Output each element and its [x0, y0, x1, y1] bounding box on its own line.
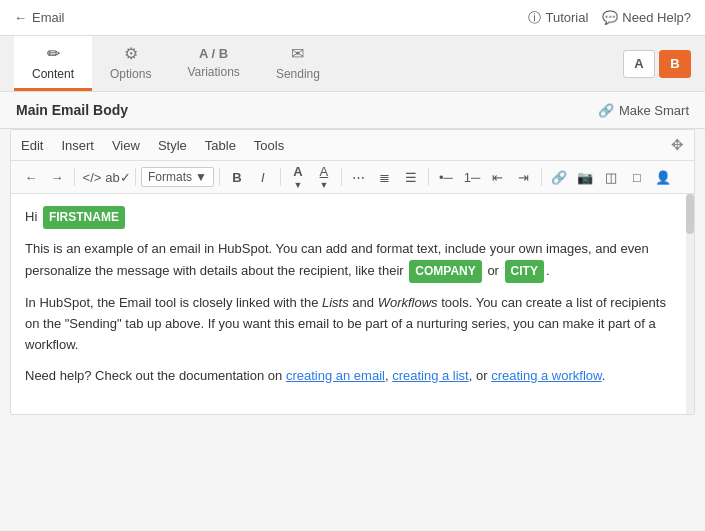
link-creating-list[interactable]: creating a list — [392, 368, 469, 383]
tutorial-label: Tutorial — [545, 10, 588, 25]
lists-text: Lists — [322, 295, 349, 310]
formats-dropdown[interactable]: Formats ▼ — [141, 167, 214, 187]
question-icon: ⓘ — [528, 9, 541, 27]
image-button[interactable]: 📷 — [573, 165, 597, 189]
tutorial-button[interactable]: ⓘ Tutorial — [528, 9, 588, 27]
menu-table[interactable]: Table — [205, 138, 236, 153]
toolbar-separator-3 — [219, 168, 220, 186]
tab-bar: ✏ Content ⚙ Options A / B Variations ✉ S… — [0, 36, 705, 92]
sending-icon: ✉ — [291, 44, 304, 63]
tab-content-label: Content — [32, 67, 74, 81]
text-color-arrow: ▼ — [319, 180, 328, 190]
align-center-button[interactable]: ≣ — [373, 165, 397, 189]
back-arrow-icon: ← — [14, 10, 27, 25]
person-button[interactable]: 👤 — [651, 165, 675, 189]
section-title: Main Email Body — [16, 102, 128, 118]
make-smart-button[interactable]: 🔗 Make Smart — [598, 103, 689, 118]
tab-options-label: Options — [110, 67, 151, 81]
editor-menu: Edit Insert View Style Table Tools ✥ — [11, 130, 694, 161]
para2-and: and — [349, 295, 378, 310]
editor-body[interactable]: Hi FIRSTNAME This is an example of an em… — [11, 194, 694, 414]
indent-less-button[interactable]: ⇤ — [486, 165, 510, 189]
menu-view[interactable]: View — [112, 138, 140, 153]
top-nav: ← Email ⓘ Tutorial 💬 Need Help? — [0, 0, 705, 36]
toolbar-separator-1 — [74, 168, 75, 186]
options-icon: ⚙ — [124, 44, 138, 63]
align-left-button[interactable]: ⋯ — [347, 165, 371, 189]
toolbar-separator-5 — [341, 168, 342, 186]
para2-prefix: In HubSpot, the Email tool is closely li… — [25, 295, 322, 310]
undo-button[interactable]: ← — [19, 165, 43, 189]
font-color-button[interactable]: A ▼ — [286, 165, 310, 189]
content-icon: ✏ — [47, 44, 60, 63]
tab-variations[interactable]: A / B Variations — [169, 36, 257, 91]
bold-button[interactable]: B — [225, 165, 249, 189]
text-color-label: A — [320, 164, 329, 179]
ab-button-a[interactable]: A — [623, 50, 655, 78]
para1-text: This is an example of an email in HubSpo… — [25, 241, 649, 278]
tab-content[interactable]: ✏ Content — [14, 36, 92, 91]
menu-tools[interactable]: Tools — [254, 138, 284, 153]
bullet-list-button[interactable]: •─ — [434, 165, 458, 189]
top-nav-right: ⓘ Tutorial 💬 Need Help? — [528, 9, 691, 27]
italic-button[interactable]: I — [251, 165, 275, 189]
variations-icon: A / B — [199, 46, 228, 61]
city-token[interactable]: CITY — [505, 260, 544, 283]
menu-edit[interactable]: Edit — [21, 138, 43, 153]
tab-variations-label: Variations — [187, 65, 239, 79]
firstname-token[interactable]: FIRSTNAME — [43, 206, 125, 229]
greeting-paragraph: Hi FIRSTNAME — [25, 206, 680, 229]
number-list-button[interactable]: 1─ — [460, 165, 484, 189]
tab-sending[interactable]: ✉ Sending — [258, 36, 338, 91]
or-text: or — [487, 263, 499, 278]
ab-buttons: A B — [623, 50, 691, 78]
help-label: Need Help? — [622, 10, 691, 25]
toolbar-separator-2 — [135, 168, 136, 186]
table-button[interactable]: ◫ — [599, 165, 623, 189]
paragraph-2: In HubSpot, the Email tool is closely li… — [25, 293, 680, 355]
chat-icon: 💬 — [602, 10, 618, 25]
formats-arrow: ▼ — [195, 170, 207, 184]
paragraph-1: This is an example of an email in HubSpo… — [25, 239, 680, 283]
help-paragraph: Need help? Check out the documentation o… — [25, 366, 680, 387]
menu-insert[interactable]: Insert — [61, 138, 94, 153]
ab-button-b[interactable]: B — [659, 50, 691, 78]
workflows-text: Workflows — [378, 295, 438, 310]
editor-toolbar: ← → </> ab✓ Formats ▼ B I A ▼ A ▼ ⋯ ≣ ☰ … — [11, 161, 694, 194]
formats-label: Formats — [148, 170, 192, 184]
or2-text: , or — [469, 368, 491, 383]
indent-more-button[interactable]: ⇥ — [512, 165, 536, 189]
expand-button[interactable]: ✥ — [671, 136, 684, 154]
greeting-text: Hi — [25, 209, 37, 224]
toolbar-separator-6 — [428, 168, 429, 186]
editor-wrapper: Hi FIRSTNAME This is an example of an em… — [11, 194, 694, 414]
back-label: Email — [32, 10, 65, 25]
redo-button[interactable]: → — [45, 165, 69, 189]
code-button[interactable]: </> — [80, 165, 104, 189]
toolbar-separator-4 — [280, 168, 281, 186]
help-button[interactable]: 💬 Need Help? — [602, 10, 691, 25]
tab-sending-label: Sending — [276, 67, 320, 81]
tab-options[interactable]: ⚙ Options — [92, 36, 169, 91]
special-char-button[interactable]: □ — [625, 165, 649, 189]
font-color-label: A — [293, 164, 302, 179]
menu-style[interactable]: Style — [158, 138, 187, 153]
scrollbar-thumb[interactable] — [686, 194, 694, 234]
align-right-button[interactable]: ☰ — [399, 165, 423, 189]
period: . — [602, 368, 606, 383]
spellcheck-button[interactable]: ab✓ — [106, 165, 130, 189]
section-header: Main Email Body 🔗 Make Smart — [0, 92, 705, 129]
help-prefix: Need help? Check out the documentation o… — [25, 368, 286, 383]
link-button[interactable]: 🔗 — [547, 165, 571, 189]
tabs: ✏ Content ⚙ Options A / B Variations ✉ S… — [14, 36, 338, 91]
link-creating-email[interactable]: creating an email — [286, 368, 385, 383]
company-token[interactable]: COMPANY — [409, 260, 481, 283]
editor-container: Edit Insert View Style Table Tools ✥ ← →… — [10, 129, 695, 415]
back-button[interactable]: ← Email — [14, 10, 65, 25]
make-smart-icon: 🔗 — [598, 103, 614, 118]
link-creating-workflow[interactable]: creating a workflow — [491, 368, 602, 383]
font-color-arrow: ▼ — [293, 180, 302, 190]
text-color-button[interactable]: A ▼ — [312, 165, 336, 189]
toolbar-separator-7 — [541, 168, 542, 186]
make-smart-label: Make Smart — [619, 103, 689, 118]
